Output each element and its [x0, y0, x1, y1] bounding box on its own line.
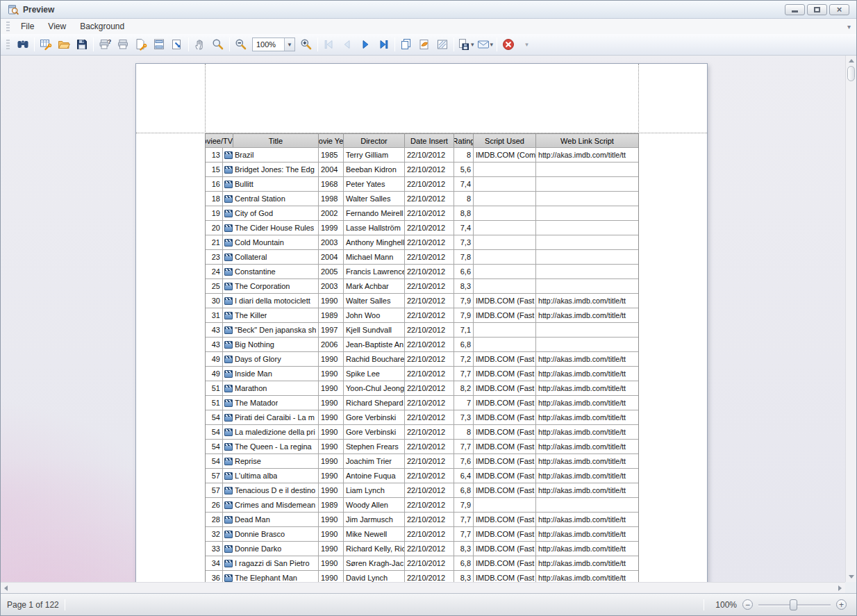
- movie-clapperboard-icon: [224, 268, 233, 276]
- email-dropdown-icon[interactable]: ▾: [490, 41, 494, 48]
- cell-web-link: http://akas.imdb.com/title/tt: [536, 396, 638, 410]
- cell-year: 1990: [319, 425, 344, 439]
- toolbar-overflow-button[interactable]: ▾: [517, 36, 535, 53]
- cell-title: Bullitt: [223, 177, 319, 191]
- cell-rating: 7,7: [454, 527, 474, 541]
- movie-clapperboard-icon: [224, 399, 233, 407]
- zoom-slider[interactable]: [758, 599, 831, 610]
- cell-script-used: IMDB.COM (Fast: [474, 425, 536, 439]
- zoom-combo-dropdown-icon[interactable]: ▼: [284, 38, 294, 51]
- horizontal-scrollbar[interactable]: [1, 582, 845, 593]
- scroll-right-icon[interactable]: [838, 585, 842, 591]
- hand-icon: [194, 38, 206, 51]
- email-button[interactable]: ▾: [476, 36, 495, 53]
- movie-clapperboard-icon: [224, 312, 233, 319]
- cell-director: Rachid Bouchare: [344, 352, 405, 366]
- vertical-scrollbar[interactable]: [845, 56, 856, 582]
- cell-year: 1989: [319, 498, 344, 512]
- table-row: 26Crimes and Misdemean1989Woody Allen22/…: [206, 497, 638, 512]
- cell-date-insert: 22/10/2012: [405, 265, 454, 278]
- scroll-up-icon[interactable]: [849, 59, 854, 63]
- report-body: 13Brazil1985Terry Gilliam22/10/20128IMDB…: [206, 147, 638, 585]
- cell-web-link: [536, 235, 638, 249]
- cell-rating: 6,8: [454, 556, 474, 570]
- vertical-scroll-thumb[interactable]: [847, 66, 855, 81]
- page-setup-button[interactable]: [132, 36, 150, 53]
- save-button[interactable]: [73, 36, 91, 53]
- cell-script-used: [474, 192, 536, 206]
- zoom-slider-thumb[interactable]: [790, 599, 797, 610]
- export-button[interactable]: ▾: [456, 36, 476, 53]
- menu-view[interactable]: View: [41, 19, 73, 33]
- watermark-button[interactable]: [433, 36, 451, 53]
- cell-rating: 6,4: [454, 469, 474, 483]
- export-dropdown-icon[interactable]: ▾: [471, 41, 474, 48]
- scale-button[interactable]: [168, 36, 186, 53]
- first-page-button[interactable]: [320, 36, 338, 53]
- cell-year: 1990: [319, 542, 344, 556]
- page-background-button[interactable]: [415, 36, 433, 53]
- title-text: The Corporation: [235, 282, 290, 290]
- cell-date-insert: 22/10/2012: [405, 513, 454, 526]
- cell-year: 2006: [319, 338, 344, 351]
- cell-title: Central Station: [223, 192, 319, 206]
- scroll-left-icon[interactable]: [4, 585, 8, 591]
- title-text: The Matador: [235, 399, 278, 407]
- menubar-options-icon[interactable]: ▾: [847, 23, 851, 31]
- cell-rating: 8: [454, 192, 474, 206]
- title-text: I ragazzi di San Pietro: [235, 559, 310, 567]
- cell-year: 1990: [319, 294, 344, 308]
- cell-web-link: http://akas.imdb.com/title/tt: [536, 542, 638, 556]
- cell-date-insert: 22/10/2012: [405, 338, 454, 351]
- cell-rating: 7,9: [454, 294, 474, 308]
- minimize-button[interactable]: [785, 4, 805, 15]
- cell-director: Gore Verbinski: [344, 425, 405, 439]
- header-footer-button[interactable]: [150, 36, 168, 53]
- zoom-tool-button[interactable]: [209, 36, 227, 53]
- cell-year: 1990: [319, 454, 344, 468]
- cell-rating: 5,6: [454, 163, 474, 176]
- cell-movie-id: 34: [206, 556, 223, 570]
- zoom-combo[interactable]: 100% ▼: [252, 38, 295, 51]
- scroll-down-icon[interactable]: [849, 575, 854, 578]
- statusbar: Page 1 of 122 100% − +: [1, 593, 856, 615]
- print-button[interactable]: [114, 36, 132, 53]
- header-web-link: Web Link Script: [536, 134, 638, 147]
- cell-director: Antoine Fuqua: [344, 469, 405, 483]
- title-text: I diari della motociclett: [235, 297, 310, 305]
- close-preview-button[interactable]: [499, 36, 517, 53]
- next-page-button[interactable]: [356, 36, 374, 53]
- zoom-plus-button[interactable]: +: [836, 599, 847, 610]
- cell-rating: 7,3: [454, 235, 474, 249]
- zoom-out-button[interactable]: [232, 36, 250, 53]
- cell-title: Dead Man: [223, 513, 319, 526]
- menu-background[interactable]: Background: [73, 19, 131, 33]
- find-button[interactable]: [14, 36, 32, 53]
- cell-web-link: [536, 498, 638, 512]
- cell-web-link: http://akas.imdb.com/title/tt: [536, 513, 638, 526]
- hand-tool-button[interactable]: [191, 36, 209, 53]
- multiple-pages-button[interactable]: [397, 36, 415, 53]
- cell-director: Walter Salles: [344, 294, 405, 308]
- cell-date-insert: 22/10/2012: [405, 148, 454, 162]
- table-row: 20The Cider House Rules1999Lasse Hallstr…: [206, 220, 638, 235]
- cell-script-used: [474, 323, 536, 337]
- cell-rating: 7,7: [454, 440, 474, 453]
- last-page-button[interactable]: [374, 36, 392, 53]
- cell-director: Richard Shepard: [344, 396, 405, 410]
- open-button[interactable]: [55, 36, 73, 53]
- print-dialog-button[interactable]: ?: [96, 36, 114, 53]
- cell-director: Terry Gilliam: [344, 148, 405, 162]
- cell-year: 1999: [319, 221, 344, 235]
- maximize-button[interactable]: [807, 4, 827, 15]
- cell-movie-id: 57: [206, 469, 223, 483]
- table-format-button[interactable]: [37, 36, 55, 53]
- close-button[interactable]: ×: [829, 4, 849, 15]
- previous-page-button[interactable]: [338, 36, 356, 53]
- zoom-in-button[interactable]: [297, 36, 315, 53]
- zoom-minus-button[interactable]: −: [742, 599, 753, 610]
- menu-file[interactable]: File: [14, 19, 41, 33]
- cell-date-insert: 22/10/2012: [405, 454, 454, 468]
- title-text: Big Nothing: [235, 340, 274, 349]
- cell-year: 1990: [319, 410, 344, 424]
